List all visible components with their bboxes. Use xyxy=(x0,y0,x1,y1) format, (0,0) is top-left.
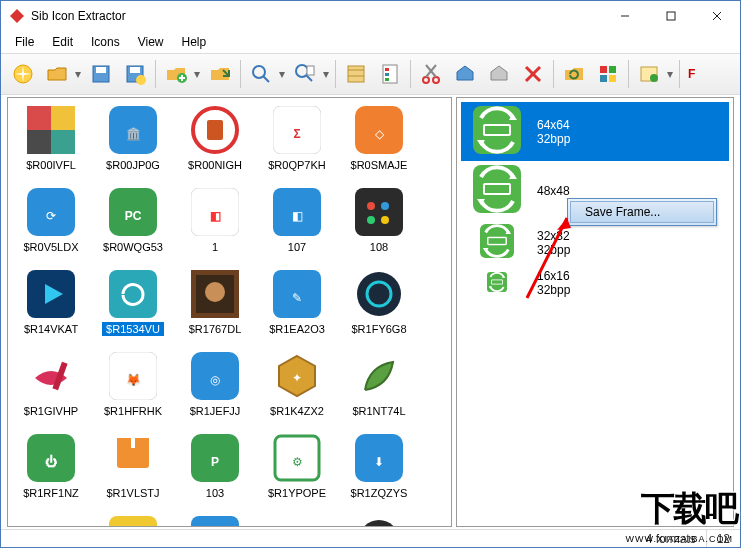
format-list-pane[interactable]: 64x6432bpp48x4832x3232bpp16x1632bpp Save… xyxy=(456,97,734,527)
format-row[interactable]: 16x1632bpp xyxy=(461,265,729,301)
icon-item[interactable] xyxy=(338,510,420,527)
icon-item[interactable]: $R1GIVHP xyxy=(10,346,92,428)
minimize-button[interactable] xyxy=(602,1,648,31)
paste-button[interactable] xyxy=(483,58,515,90)
svg-rect-9 xyxy=(130,67,140,73)
format-dimension: 48x48 xyxy=(537,184,570,198)
icon-item[interactable]: PC$R0WQG53 xyxy=(92,182,174,264)
icon-label: $R00JP0G xyxy=(102,158,164,172)
svg-rect-36 xyxy=(27,130,51,154)
icon-item[interactable]: ✦$R1K4ZX2 xyxy=(256,346,338,428)
icon-item[interactable]: $R14VKAT xyxy=(10,264,92,346)
find-dropdown[interactable]: ▾ xyxy=(279,67,287,81)
format-row[interactable]: 32x3232bpp xyxy=(461,220,729,265)
icon-item[interactable]: $R00IVFL xyxy=(10,100,92,182)
context-menu: Save Frame... xyxy=(567,198,717,226)
icon-label: $R1VLSTJ xyxy=(102,486,163,500)
maximize-button[interactable] xyxy=(648,1,694,31)
format-chip-icon xyxy=(487,272,507,295)
context-save-frame[interactable]: Save Frame... xyxy=(570,201,714,223)
copy-button[interactable] xyxy=(449,58,481,90)
windows-button[interactable] xyxy=(592,58,624,90)
icon-item[interactable]: ✎$R1EA2O3 xyxy=(256,264,338,346)
settings-dropdown[interactable]: ▾ xyxy=(667,67,675,81)
icon-item[interactable]: ▭ xyxy=(174,510,256,527)
icon-item[interactable]: ◧107 xyxy=(256,182,338,264)
toolbar: ▾ ▾ ▾ ▾ ▾ F xyxy=(1,53,740,95)
icon-item[interactable]: $R00NIGH xyxy=(174,100,256,182)
save-as-button[interactable] xyxy=(119,58,151,90)
icon-item[interactable] xyxy=(256,510,338,527)
svg-marker-0 xyxy=(10,9,24,23)
refresh-button[interactable] xyxy=(558,58,590,90)
icon-item[interactable]: 🦊$R1HFRHK xyxy=(92,346,174,428)
format-row[interactable]: 64x6432bpp xyxy=(461,102,729,161)
export-button[interactable] xyxy=(204,58,236,90)
open-button[interactable] xyxy=(41,58,73,90)
svg-text:P: P xyxy=(211,455,219,469)
svg-text:◎: ◎ xyxy=(210,373,220,387)
delete-button[interactable] xyxy=(517,58,549,90)
save-button[interactable] xyxy=(85,58,117,90)
icon-thumbnail xyxy=(191,270,239,318)
close-button[interactable] xyxy=(694,1,740,31)
menu-edit[interactable]: Edit xyxy=(44,33,81,51)
find-file-dropdown[interactable]: ▾ xyxy=(323,67,331,81)
properties-button[interactable] xyxy=(374,58,406,90)
settings-button[interactable] xyxy=(633,58,665,90)
svg-text:⚙: ⚙ xyxy=(292,455,303,469)
icon-item[interactable]: Σ$R0QP7KH xyxy=(256,100,338,182)
svg-rect-54 xyxy=(355,188,403,236)
open-dropdown[interactable]: ▾ xyxy=(75,67,83,81)
icon-item[interactable]: ⌒ xyxy=(92,510,174,527)
icon-item[interactable]: ⬇$R1ZQZYS xyxy=(338,428,420,510)
icon-item[interactable]: P103 xyxy=(174,428,256,510)
icon-thumbnail: ✎ xyxy=(273,270,321,318)
svg-rect-2 xyxy=(667,12,675,20)
icon-item[interactable] xyxy=(10,510,92,527)
menu-icons[interactable]: Icons xyxy=(83,33,128,51)
svg-text:Σ: Σ xyxy=(293,127,300,141)
app-icon xyxy=(9,8,25,24)
icon-label: $R0WQG53 xyxy=(99,240,167,254)
icon-item[interactable]: $R1VLSTJ xyxy=(92,428,174,510)
icon-label: $R1HFRHK xyxy=(100,404,166,418)
menu-help[interactable]: Help xyxy=(174,33,215,51)
icon-thumbnail: Σ xyxy=(273,106,321,154)
svg-rect-21 xyxy=(385,78,389,81)
svg-rect-41 xyxy=(207,120,223,140)
icon-list-pane[interactable]: $R00IVFL🏛️$R00JP0G$R00NIGHΣ$R0QP7KH◇$R0S… xyxy=(7,97,452,527)
icon-item[interactable]: 🏛️$R00JP0G xyxy=(92,100,174,182)
add-button[interactable] xyxy=(160,58,192,90)
icon-item[interactable]: ◎$R1JEFJJ xyxy=(174,346,256,428)
icon-item[interactable]: ⏻$R1RF1NZ xyxy=(10,428,92,510)
icon-label: 103 xyxy=(202,486,228,500)
icon-label: 107 xyxy=(284,240,310,254)
add-dropdown[interactable]: ▾ xyxy=(194,67,202,81)
icon-label: $R1NT74L xyxy=(348,404,409,418)
menu-file[interactable]: File xyxy=(7,33,42,51)
icon-item[interactable]: $R1FY6G8 xyxy=(338,264,420,346)
toolbar-overflow-indicator[interactable]: F xyxy=(684,67,699,81)
icon-thumbnail: ⬇ xyxy=(355,434,403,482)
icon-label: 108 xyxy=(366,240,392,254)
format-depth: 32bpp xyxy=(537,243,570,257)
find-file-button[interactable] xyxy=(289,58,321,90)
menu-view[interactable]: View xyxy=(130,33,172,51)
icon-item[interactable]: ⟳$R0V5LDX xyxy=(10,182,92,264)
window-title: Sib Icon Extractor xyxy=(31,9,602,23)
icon-item[interactable]: $R1767DL xyxy=(174,264,256,346)
svg-rect-87 xyxy=(109,516,157,527)
icon-item[interactable]: $R1NT74L xyxy=(338,346,420,428)
icon-thumbnail: P xyxy=(191,434,239,482)
icon-thumbnail xyxy=(109,434,157,482)
new-button[interactable] xyxy=(7,58,39,90)
find-button[interactable] xyxy=(245,58,277,90)
icon-item[interactable]: $R1534VU xyxy=(92,264,174,346)
icon-item[interactable]: ⚙$R1YPOPE xyxy=(256,428,338,510)
icon-item[interactable]: 108 xyxy=(338,182,420,264)
icon-item[interactable]: ◧1 xyxy=(174,182,256,264)
icon-item[interactable]: ◇$R0SMAJE xyxy=(338,100,420,182)
extract-button[interactable] xyxy=(340,58,372,90)
cut-button[interactable] xyxy=(415,58,447,90)
